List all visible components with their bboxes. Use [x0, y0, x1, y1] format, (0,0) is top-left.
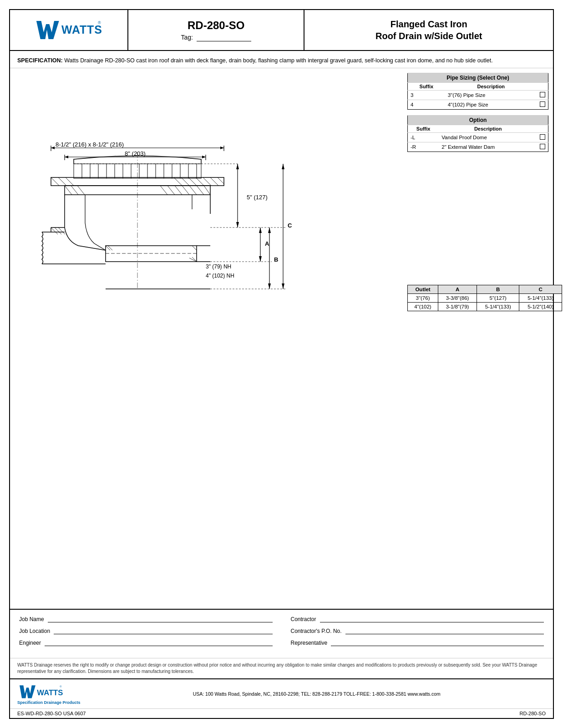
bottom-bar: ES-WD-RD-280-SO USA 0607 RD-280-SO: [10, 708, 553, 718]
main-content: 8-1/2" (216) x 8-1/2" (216) 8" (203): [10, 68, 553, 609]
svg-line-60: [106, 246, 110, 250]
option-checkbox-L[interactable]: [537, 132, 548, 142]
svg-text:5" (127): 5" (127): [247, 194, 268, 201]
model-number: RD-280-SO: [188, 19, 244, 32]
option-title: Option: [408, 115, 548, 125]
spec-section: SPECIFICATION: Watts Drainage RD-280-SO …: [10, 51, 553, 68]
contractor-label: Contractor: [291, 616, 316, 622]
option-row-R: -R 2" External Water Dam: [408, 142, 548, 152]
disclaimer-text: WATTS Drainage reserves the right to mod…: [17, 662, 537, 674]
svg-text:B: B: [274, 256, 278, 263]
svg-text:A: A: [265, 240, 269, 247]
job-name-line: [48, 622, 273, 622]
dim-header-b: B: [477, 285, 519, 293]
option-suffix-header: Suffix: [408, 125, 439, 132]
svg-line-49: [182, 186, 189, 195]
contractor-po-label: Contractor's P.O. No.: [291, 628, 342, 634]
pipe-desc-4: 4"(102) Pipe Size: [445, 100, 537, 109]
svg-marker-76: [236, 222, 239, 228]
dim-outlet-4: 4"(102): [408, 302, 438, 311]
dim-b-4: 5-1/4"(133): [477, 302, 519, 311]
svg-marker-79: [259, 228, 262, 233]
bottom-footer: WATTS ® Specification Drainage Products …: [10, 678, 553, 708]
dim-header-a: A: [438, 285, 477, 293]
svg-marker-88: [282, 283, 284, 289]
dim-table-container: Outlet A B C 3"(76) 3-3/8"(86) 5"(127) 5…: [407, 285, 562, 311]
spec-label: SPECIFICATION:: [17, 57, 63, 64]
option-suffix-R: -R: [408, 142, 439, 152]
drawing-area: 8-1/2" (216) x 8-1/2" (216) 8" (203): [15, 73, 403, 609]
job-location-line: [54, 634, 272, 634]
job-location-field: Job Location: [19, 628, 273, 634]
svg-line-20: [181, 177, 189, 186]
form-row-3: Engineer Representative: [19, 640, 544, 646]
dim-header-c: C: [519, 285, 562, 293]
watts-logo-svg: WATTS ®: [32, 16, 105, 44]
pipe-checkbox-4[interactable]: [537, 100, 548, 109]
pipe-suffix-4: 4: [408, 100, 445, 109]
header-logo: WATTS ®: [10, 10, 128, 50]
option-table: Option Suffix Description -L Vandal Proo…: [407, 115, 548, 152]
svg-text:WATTS: WATTS: [61, 23, 102, 36]
svg-marker-87: [282, 164, 284, 169]
svg-marker-84: [268, 283, 271, 289]
job-name-label: Job Name: [19, 616, 44, 622]
contractor-po-field: Contractor's P.O. No.: [291, 628, 544, 634]
svg-line-52: [204, 186, 210, 195]
form-section: Job Name Contractor Job Location Contrac…: [10, 609, 553, 658]
svg-line-43: [65, 186, 72, 195]
svg-line-18: [66, 177, 74, 186]
dim-row-4: 4"(102) 3-1/8"(79) 5-1/4"(133) 5-1/2"(14…: [408, 302, 562, 311]
pipe-desc-3: 3"(76) Pipe Size: [445, 90, 537, 100]
svg-line-50: [189, 186, 197, 195]
option-checkbox-R[interactable]: [537, 142, 548, 152]
svg-line-44: [71, 186, 78, 195]
disclaimer: WATTS Drainage reserves the right to mod…: [10, 658, 553, 678]
bottom-bar-left: ES-WD-RD-280-SO USA 0607: [17, 711, 86, 716]
pipe-checkbox-3[interactable]: [537, 90, 548, 100]
pipe-suffix-header: Suffix: [408, 82, 445, 90]
svg-line-51: [197, 186, 204, 195]
representative-field: Representative: [291, 640, 544, 646]
dim-b-3: 5"(127): [477, 293, 519, 302]
form-row-1: Job Name Contractor: [19, 616, 544, 622]
svg-line-22: [196, 177, 204, 186]
option-desc-R: 2" External Water Dam: [439, 142, 537, 152]
svg-line-24: [210, 177, 218, 186]
form-row-2: Job Location Contractor's P.O. No.: [19, 628, 544, 634]
svg-line-25: [218, 177, 224, 184]
job-location-label: Job Location: [19, 628, 50, 634]
tag-underline: [197, 34, 251, 41]
svg-line-48: [175, 186, 182, 195]
bottom-bar-right: RD-280-SO: [520, 711, 546, 716]
header-title-text: Flanged Cast Iron Roof Drain w/Side Outl…: [375, 18, 482, 42]
svg-rect-57: [106, 246, 197, 262]
svg-line-71: [58, 228, 65, 234]
svg-marker-13: [202, 156, 206, 158]
svg-text:4" (102) NH: 4" (102) NH: [206, 273, 234, 279]
svg-line-61: [108, 246, 112, 250]
footer-logo: WATTS ® Specification Drainage Products: [17, 683, 81, 705]
pipe-suffix-3: 3: [408, 90, 445, 100]
pipe-row-3: 3 3"(76) Pipe Size: [408, 90, 548, 100]
job-name-field: Job Name: [19, 616, 273, 622]
svg-marker-12: [65, 156, 68, 158]
header-title: Flanged Cast Iron Roof Drain w/Side Outl…: [304, 10, 553, 50]
contractor-po-line: [345, 634, 544, 634]
svg-text:®: ®: [98, 20, 101, 25]
dim-row-3: 3"(76) 3-3/8"(86) 5"(127) 5-1/4"(133): [408, 293, 562, 302]
svg-text:8-1/2" (216) x 8-1/2" (216): 8-1/2" (216) x 8-1/2" (216): [56, 141, 124, 148]
svg-text:C: C: [288, 222, 292, 229]
svg-line-63: [192, 257, 197, 262]
svg-marker-7: [220, 147, 224, 149]
svg-text:®: ®: [60, 685, 62, 688]
svg-line-21: [188, 177, 197, 186]
dim-c-3: 5-1/4"(133): [519, 293, 562, 302]
svg-line-62: [192, 246, 197, 250]
pipe-desc-header: Description: [445, 82, 537, 90]
svg-marker-80: [259, 256, 262, 262]
svg-line-64: [189, 258, 197, 262]
representative-line: [331, 646, 544, 646]
pipe-row-4: 4 4"(102) Pipe Size: [408, 100, 548, 109]
main-drawing: 8-1/2" (216) x 8-1/2" (216) 8" (203): [15, 73, 306, 369]
